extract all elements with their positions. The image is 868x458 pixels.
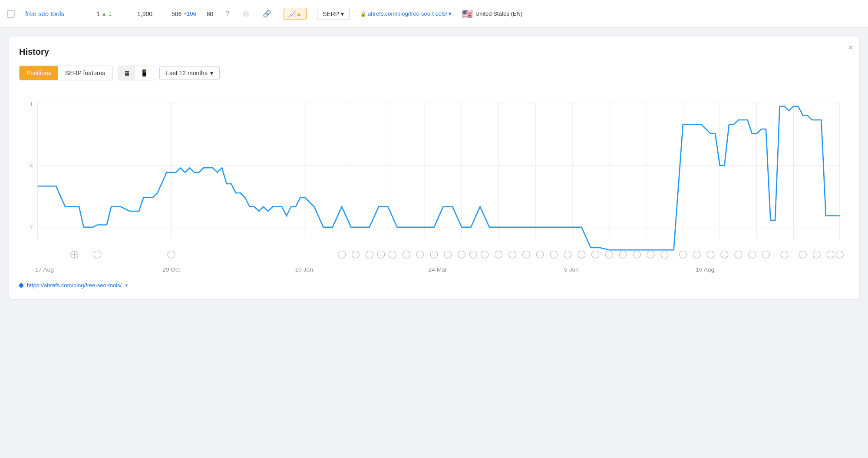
svg-point-41 — [536, 251, 544, 258]
svg-point-27 — [352, 251, 360, 258]
svg-point-52 — [693, 251, 700, 258]
rank-arrow-icon: ▲ — [102, 11, 107, 17]
svg-point-62 — [836, 251, 843, 258]
svg-point-53 — [707, 251, 714, 258]
svg-point-51 — [679, 251, 686, 258]
traffic-change: +106 — [183, 10, 196, 17]
svg-text:10 Jan: 10 Jan — [295, 266, 313, 273]
tab-serp-features[interactable]: SERP features — [58, 66, 112, 80]
country-cell: 🇺🇸 United States (EN) — [462, 9, 523, 19]
svg-text:29 Oct: 29 Oct — [162, 266, 180, 273]
svg-point-39 — [508, 251, 516, 258]
svg-point-36 — [469, 251, 477, 258]
svg-point-58 — [781, 251, 788, 258]
mobile-icon: 📱 — [140, 69, 149, 76]
serp-label: SERP — [323, 10, 339, 17]
date-range-label: Last 12 months — [166, 70, 208, 76]
kd-cell: 80 — [207, 10, 214, 17]
legend-dot — [19, 283, 23, 288]
svg-point-28 — [366, 251, 373, 258]
lock-icon: 🔒 — [360, 11, 366, 17]
svg-point-42 — [550, 251, 558, 258]
url-cell: 🔒 ahrefs.com/blog/free-seo-t ools/ ▾ — [360, 10, 452, 17]
svg-point-38 — [495, 251, 502, 258]
svg-point-25 — [168, 251, 175, 258]
svg-point-37 — [481, 251, 488, 258]
svg-point-43 — [564, 251, 571, 258]
controls-row: Positions SERP features 🖥 📱 Last 12 mont… — [19, 66, 849, 80]
flag-icon: 🇺🇸 — [462, 9, 473, 19]
url-text: ahrefs.com/blog/free-seo-t ools/ — [368, 10, 447, 17]
keyword-link[interactable]: free seo tools — [25, 10, 86, 17]
svg-point-48 — [633, 251, 640, 258]
serp-button[interactable]: SERP ▾ — [317, 8, 350, 20]
url-arrow-icon: ▾ — [449, 10, 452, 17]
top-row: free seo tools 1 ▲ 1 1,900 506 +106 80 ?… — [0, 0, 868, 28]
svg-point-59 — [799, 251, 806, 258]
svg-point-30 — [389, 251, 396, 258]
row-checkbox[interactable] — [7, 10, 15, 18]
desktop-device-btn[interactable]: 🖥 — [118, 66, 135, 80]
svg-text:17 Aug: 17 Aug — [35, 266, 54, 273]
date-range-selector[interactable]: Last 12 months ▾ — [159, 66, 220, 80]
serp-arrow-icon: ▾ — [341, 10, 344, 17]
svg-text:7: 7 — [30, 224, 33, 231]
svg-point-47 — [619, 251, 627, 258]
svg-point-40 — [522, 251, 530, 258]
rank-change: 1 — [109, 10, 112, 17]
svg-point-26 — [338, 251, 346, 258]
svg-point-31 — [403, 251, 410, 258]
svg-point-45 — [592, 251, 599, 258]
link-icon-btn[interactable]: 🔗 — [261, 9, 273, 19]
volume-cell: 1,900 — [137, 10, 161, 17]
desktop-icon: 🖥 — [123, 70, 130, 77]
date-range-arrow-icon: ▾ — [210, 70, 213, 76]
question-icon-btn[interactable]: ? — [224, 9, 231, 19]
svg-point-54 — [721, 251, 728, 258]
svg-point-24 — [94, 251, 101, 258]
chart-icon: 📈▲ — [288, 10, 302, 17]
svg-text:1: 1 — [30, 101, 33, 108]
device-group: 🖥 📱 — [118, 66, 154, 80]
close-button[interactable]: × — [848, 43, 853, 53]
gear-icons-row — [71, 251, 843, 258]
country-label: United States (EN) — [475, 10, 522, 17]
traffic-number: 506 — [172, 10, 182, 17]
svg-text:5 Jun: 5 Jun — [564, 266, 579, 273]
legend-row: https://ahrefs.com/blog/free-seo-tools/ … — [19, 282, 849, 289]
svg-point-44 — [578, 251, 585, 258]
chart-button[interactable]: 📈▲ — [284, 8, 307, 20]
traffic-cell: 506 +106 — [172, 10, 196, 17]
svg-point-32 — [416, 251, 424, 258]
history-panel: × History Positions SERP features 🖥 📱 La… — [9, 37, 859, 299]
svg-point-33 — [430, 251, 438, 258]
mobile-device-btn[interactable]: 📱 — [135, 66, 154, 80]
svg-point-60 — [813, 251, 820, 258]
svg-point-35 — [458, 251, 465, 258]
tab-positions[interactable]: Positions — [20, 66, 58, 80]
legend-url[interactable]: https://ahrefs.com/blog/free-seo-tools/ — [27, 282, 122, 289]
svg-point-57 — [762, 251, 769, 258]
tab-group: Positions SERP features — [19, 66, 112, 80]
svg-point-61 — [827, 251, 834, 258]
svg-point-56 — [749, 251, 756, 258]
position-line — [37, 106, 839, 250]
chart-container: 1 4 7 — [19, 93, 849, 275]
svg-text:24 Mar: 24 Mar — [429, 266, 447, 273]
rank-cell: 1 ▲ 1 — [96, 10, 127, 17]
svg-point-55 — [735, 251, 742, 258]
rank-number: 1 — [96, 10, 100, 17]
legend-arrow-icon[interactable]: ▾ — [125, 282, 128, 289]
chart-svg: 1 4 7 — [19, 93, 849, 275]
svg-point-34 — [444, 251, 452, 258]
svg-point-49 — [647, 251, 654, 258]
svg-text:4: 4 — [30, 163, 33, 169]
clipboard-icon-btn[interactable]: ⊟ — [241, 9, 251, 19]
svg-point-50 — [661, 251, 668, 258]
svg-text:16 Aug: 16 Aug — [696, 266, 714, 273]
panel-title: History — [19, 47, 849, 57]
svg-point-46 — [605, 251, 613, 258]
svg-point-29 — [377, 251, 385, 258]
